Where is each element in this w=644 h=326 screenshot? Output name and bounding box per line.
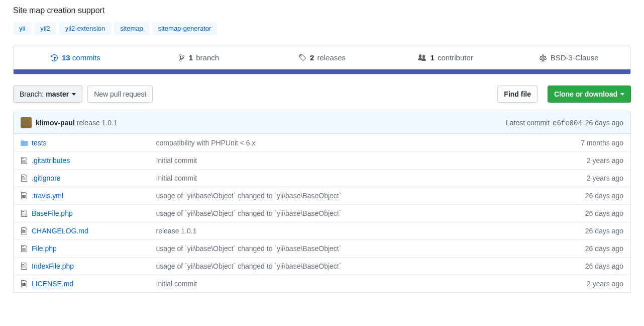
- caret-down-icon: [620, 93, 624, 96]
- commit-message-cell[interactable]: Initial commit: [149, 170, 561, 187]
- language-bar[interactable]: [13, 69, 631, 74]
- file-link[interactable]: .gitattributes: [32, 156, 70, 165]
- commit-age: 26 days ago: [585, 119, 623, 127]
- commit-message-cell[interactable]: usage of `yii\base\Object` changed to `y…: [149, 258, 561, 275]
- releases-count: 2: [310, 53, 314, 62]
- commit-message-cell[interactable]: compatibility with PHPUnit < 6.x: [149, 134, 561, 152]
- file-icon: [21, 227, 28, 235]
- table-row: LICENSE.mdInitial commit2 years ago: [14, 275, 631, 293]
- topic-tag[interactable]: yii2-extension: [59, 22, 112, 35]
- file-age: 2 years ago: [561, 275, 631, 293]
- topics-list: yiiyii2yii2-extensionsitemapsitemap-gene…: [13, 22, 631, 35]
- table-row: BaseFile.phpusage of `yii\base\Object` c…: [14, 205, 631, 222]
- branch-icon: [178, 54, 185, 62]
- repo-summary-bar: 13 commits 1 branch 2 releases 1 contrib…: [13, 46, 631, 69]
- license-link[interactable]: BSD-3-Clause: [507, 46, 630, 69]
- file-link[interactable]: BaseFile.php: [32, 209, 73, 217]
- commit-message[interactable]: release 1.0.1: [77, 119, 118, 127]
- file-toolbar: Branch: master New pull request Find fil…: [13, 86, 631, 103]
- contributors-link[interactable]: 1 contributor: [384, 46, 507, 69]
- table-row: .gitignoreInitial commit2 years ago: [14, 170, 631, 187]
- table-row: testscompatibility with PHPUnit < 6.x7 m…: [14, 134, 631, 152]
- file-icon: [21, 209, 28, 217]
- topic-tag[interactable]: yii: [13, 22, 31, 35]
- file-link[interactable]: LICENSE.md: [32, 280, 73, 288]
- tag-icon: [298, 54, 306, 62]
- branch-name: master: [46, 89, 69, 99]
- file-age: 7 months ago: [561, 134, 631, 152]
- file-link[interactable]: .travis.yml: [32, 192, 63, 200]
- branches-link[interactable]: 1 branch: [137, 46, 261, 69]
- clone-label: Clone or download: [554, 89, 617, 99]
- releases-link[interactable]: 2 releases: [260, 46, 384, 69]
- topic-tag[interactable]: sitemap-generator: [152, 22, 218, 35]
- file-icon: [21, 262, 28, 270]
- avatar[interactable]: [21, 117, 32, 128]
- new-pull-request-button[interactable]: New pull request: [87, 86, 153, 103]
- table-row: IndexFile.phpusage of `yii\base\Object` …: [14, 258, 631, 275]
- file-link[interactable]: IndexFile.php: [32, 262, 74, 270]
- file-age: 2 years ago: [561, 152, 631, 170]
- clone-download-button[interactable]: Clone or download: [548, 86, 631, 103]
- branch-prefix: Branch:: [20, 89, 44, 99]
- commit-message-cell[interactable]: usage of `yii\base\Object` changed to `y…: [149, 205, 561, 222]
- file-icon: [21, 280, 28, 288]
- file-age: 2 years ago: [561, 170, 631, 187]
- commit-message-cell[interactable]: Initial commit: [149, 275, 561, 293]
- latest-commit-bar: klimov-paul release 1.0.1 Latest commit …: [13, 112, 631, 134]
- file-link[interactable]: .gitignore: [32, 174, 61, 182]
- table-row: File.phpusage of `yii\base\Object` chang…: [14, 240, 631, 258]
- contributors-label: contributor: [438, 53, 473, 62]
- file-link[interactable]: File.php: [32, 244, 57, 253]
- file-icon: [21, 192, 28, 200]
- license-label: BSD-3-Clause: [551, 53, 599, 62]
- branches-count: 1: [189, 53, 193, 62]
- folder-icon: [21, 139, 28, 147]
- file-link[interactable]: tests: [32, 139, 47, 147]
- branch-select-button[interactable]: Branch: master: [13, 86, 82, 103]
- topic-tag[interactable]: yii2: [34, 22, 56, 35]
- commit-message-cell[interactable]: usage of `yii\base\Object` changed to `y…: [149, 240, 561, 258]
- find-file-button[interactable]: Find file: [497, 86, 538, 103]
- file-age: 26 days ago: [561, 222, 631, 240]
- file-age: 26 days ago: [561, 240, 631, 258]
- commits-link[interactable]: 13 commits: [14, 46, 137, 69]
- file-icon: [21, 174, 28, 182]
- branches-label: branch: [196, 53, 219, 62]
- latest-commit-prefix: Latest commit: [506, 119, 550, 127]
- file-link[interactable]: CHANGELOG.md: [32, 227, 88, 235]
- commit-message-cell[interactable]: usage of `yii\base\Object` changed to `y…: [149, 187, 561, 205]
- commit-hash[interactable]: e6fc004: [553, 119, 582, 127]
- commit-message-cell[interactable]: release 1.0.1: [149, 222, 561, 240]
- commit-message-cell[interactable]: Initial commit: [149, 152, 561, 170]
- table-row: .travis.ymlusage of `yii\base\Object` ch…: [14, 187, 631, 205]
- topic-tag[interactable]: sitemap: [114, 22, 149, 35]
- table-row: .gitattributesInitial commit2 years ago: [14, 152, 631, 170]
- file-age: 26 days ago: [561, 187, 631, 205]
- file-icon: [21, 156, 28, 165]
- law-icon: [539, 54, 547, 62]
- commits-label: commits: [72, 53, 100, 62]
- table-row: CHANGELOG.mdrelease 1.0.126 days ago: [14, 222, 631, 240]
- contributors-count: 1: [430, 53, 434, 62]
- caret-down-icon: [72, 93, 76, 96]
- repo-description: Site map creation support: [13, 6, 631, 15]
- commit-author[interactable]: klimov-paul: [36, 119, 75, 127]
- file-age: 26 days ago: [561, 258, 631, 275]
- commits-count: 13: [62, 53, 70, 62]
- people-icon: [417, 54, 426, 62]
- file-icon: [21, 244, 28, 253]
- file-age: 26 days ago: [561, 205, 631, 222]
- history-icon: [50, 54, 58, 62]
- releases-label: releases: [317, 53, 346, 62]
- file-list-table: testscompatibility with PHPUnit < 6.x7 m…: [13, 134, 631, 293]
